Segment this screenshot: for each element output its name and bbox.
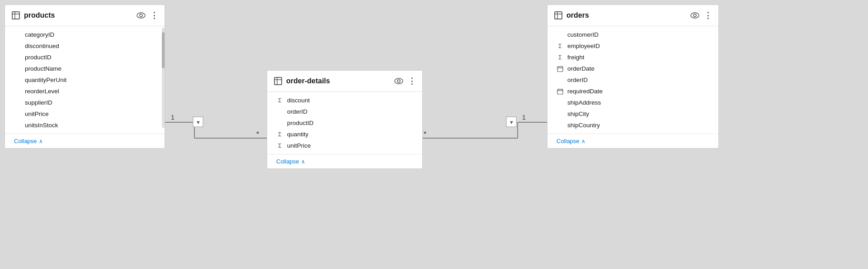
field-icon-quantity: Σ xyxy=(276,131,283,138)
products-table-icon xyxy=(11,11,20,20)
products-table-header: products ⋮ xyxy=(5,5,165,26)
order-details-table-header: order-details ⋮ xyxy=(267,71,422,92)
orders-table: orders ⋮ customerID Σ employeeID xyxy=(547,5,719,149)
svg-rect-11 xyxy=(506,117,516,127)
field-orders-orderID: orderID xyxy=(547,74,718,86)
svg-text:▼: ▼ xyxy=(196,120,201,125)
field-requiredDate: requiredDate xyxy=(547,86,718,97)
products-scrollbar-thumb[interactable] xyxy=(162,32,165,68)
svg-point-17 xyxy=(137,13,145,18)
svg-text:▼: ▼ xyxy=(509,120,514,125)
order-details-table-title: order-details xyxy=(286,77,391,85)
products-visibility-icon[interactable] xyxy=(137,12,146,19)
orders-collapse-button[interactable]: Collapse ∧ xyxy=(547,134,718,148)
field-productName: productName xyxy=(5,63,165,74)
order-details-fields: Σ discount orderID productID Σ quantity … xyxy=(267,92,422,154)
svg-text:*: * xyxy=(424,130,426,138)
svg-rect-4 xyxy=(193,117,203,127)
svg-point-28 xyxy=(693,14,696,17)
field-customerID: customerID xyxy=(547,29,718,40)
field-icon-requiredDate xyxy=(557,88,564,95)
field-freight: Σ freight xyxy=(547,52,718,63)
orders-collapse-icon: ∧ xyxy=(581,138,585,144)
diagram-canvas: 1 ▼ * 1 ▼ * products xyxy=(0,0,868,269)
products-collapse-button[interactable]: Collapse ∧ xyxy=(5,134,165,148)
orders-table-icon xyxy=(554,11,563,20)
field-icon-od-unitPrice: Σ xyxy=(276,142,283,149)
field-supplierID: supplierID xyxy=(5,97,165,108)
field-discontinued: discontinued xyxy=(5,40,165,52)
svg-rect-29 xyxy=(557,67,563,72)
orders-header-actions: ⋮ xyxy=(690,10,712,20)
field-icon-employeeID: Σ xyxy=(557,43,564,49)
products-table-title: products xyxy=(24,11,133,19)
svg-point-18 xyxy=(140,14,142,17)
products-fields: categoryID discontinued productID produc… xyxy=(5,26,165,134)
field-icon-freight: Σ xyxy=(557,54,564,61)
products-scrollbar-track[interactable] xyxy=(162,28,165,128)
svg-rect-33 xyxy=(557,89,563,94)
svg-text:*: * xyxy=(256,130,259,138)
orders-table-title: orders xyxy=(566,11,687,19)
svg-rect-19 xyxy=(274,77,282,85)
svg-point-22 xyxy=(395,78,403,84)
order-details-table: order-details ⋮ Σ discount orderID xyxy=(267,70,423,169)
svg-text:1: 1 xyxy=(522,114,526,121)
orders-fields: customerID Σ employeeID Σ freight xyxy=(547,26,718,134)
order-details-collapse-button[interactable]: Collapse ∧ xyxy=(267,154,422,168)
order-details-table-icon xyxy=(274,77,283,86)
svg-rect-14 xyxy=(12,12,19,19)
field-orderDate: orderDate xyxy=(547,63,718,74)
field-quantityPerUnit: quantityPerUnit xyxy=(5,74,165,86)
field-shipCity: shipCity xyxy=(547,108,718,120)
field-quantity: Σ quantity xyxy=(267,129,422,140)
field-orderID: orderID xyxy=(267,106,422,117)
orders-visibility-icon[interactable] xyxy=(690,12,699,19)
order-details-collapse-label: Collapse xyxy=(276,158,299,165)
field-icon-discount: Σ xyxy=(276,97,283,104)
products-collapse-icon: ∧ xyxy=(39,138,43,144)
field-employeeID: Σ employeeID xyxy=(547,40,718,52)
svg-rect-24 xyxy=(555,12,562,19)
field-unitPrice: unitPrice xyxy=(5,108,165,120)
svg-point-23 xyxy=(397,80,400,82)
field-shipAddress: shipAddress xyxy=(547,97,718,108)
orders-table-header: orders ⋮ xyxy=(547,5,718,26)
field-shipCountry: shipCountry xyxy=(547,120,718,131)
orders-more-icon[interactable]: ⋮ xyxy=(704,10,712,20)
field-productID: productID xyxy=(5,52,165,63)
field-od-productID: productID xyxy=(267,117,422,129)
order-details-collapse-icon: ∧ xyxy=(301,159,305,165)
svg-text:1: 1 xyxy=(171,114,175,121)
field-unitsInStock: unitsInStock xyxy=(5,120,165,131)
field-discount: Σ discount xyxy=(267,95,422,106)
products-header-actions: ⋮ xyxy=(137,10,158,20)
order-details-more-icon[interactable]: ⋮ xyxy=(408,76,416,86)
field-od-unitPrice: Σ unitPrice xyxy=(267,140,422,151)
field-reorderLevel: reorderLevel xyxy=(5,86,165,97)
svg-point-27 xyxy=(691,13,699,18)
field-categoryID: categoryID xyxy=(5,29,165,40)
products-more-icon[interactable]: ⋮ xyxy=(150,10,158,20)
orders-collapse-label: Collapse xyxy=(557,138,580,144)
products-table: products ⋮ categoryID discontinued xyxy=(5,5,165,149)
order-details-visibility-icon[interactable] xyxy=(394,78,403,84)
order-details-header-actions: ⋮ xyxy=(394,76,416,86)
products-collapse-label: Collapse xyxy=(14,138,37,144)
field-icon-orderDate xyxy=(557,66,564,72)
